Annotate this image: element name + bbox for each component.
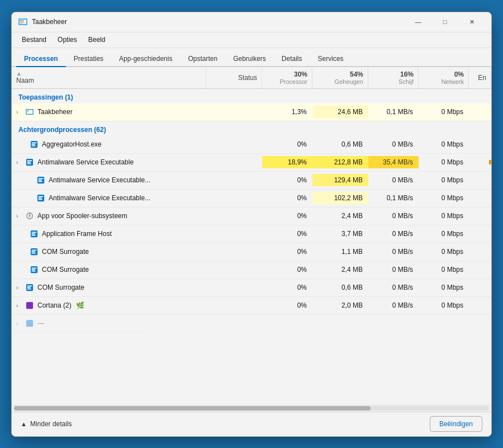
table-row[interactable]: COM Surrogate 0% 1,1 MB 0 MB/s 0 Mbps <box>12 243 491 261</box>
svg-rect-2 <box>22 20 24 21</box>
process-name-cell: AggregatorHost.exe <box>12 138 206 151</box>
svg-rect-42 <box>26 302 33 309</box>
process-net: 0 Mbps <box>419 106 469 118</box>
less-details-button[interactable]: ▲ Minder details <box>21 420 72 428</box>
process-disk <box>312 321 368 326</box>
expand-icon[interactable]: › <box>16 213 25 219</box>
process-name-cell: COM Surrogate <box>12 245 206 258</box>
process-name: App voor Spooler-subsysteem <box>37 212 127 220</box>
process-cpu: 0% <box>262 299 312 312</box>
expand-icon[interactable]: › <box>16 109 25 115</box>
process-name-cell: › — <box>12 317 206 330</box>
table-row[interactable]: Antimalware Service Executable... 0% 129… <box>12 172 491 190</box>
scrollbar-thumb[interactable] <box>14 406 371 411</box>
process-status <box>206 110 262 114</box>
process-energy <box>469 249 491 254</box>
svg-rect-20 <box>39 196 44 197</box>
col-header-cpu[interactable]: 30% Processor <box>262 67 312 88</box>
process-energy <box>469 196 491 200</box>
process-mem: 3,7 MB <box>312 228 368 240</box>
col-header-name[interactable]: ▲ Naam <box>12 67 206 88</box>
menu-opties[interactable]: Opties <box>52 34 83 46</box>
col-header-status[interactable]: Status <box>206 67 262 88</box>
table-row[interactable]: › COM Surrogate 0% 0,6 MB 0 MB/s 0 Mbps <box>12 279 491 297</box>
end-task-button[interactable]: Beëindigen <box>430 416 482 432</box>
svg-rect-36 <box>32 269 35 270</box>
tab-opstarten[interactable]: Opstarten <box>180 51 225 67</box>
expand-icon[interactable]: › <box>16 159 25 166</box>
svg-rect-22 <box>39 199 42 200</box>
table-row[interactable]: Application Frame Host 0% 3,7 MB 0 MB/s … <box>12 225 491 243</box>
table-row[interactable]: › — <box>12 315 491 333</box>
process-icon-antimalware3 <box>36 194 45 202</box>
svg-rect-43 <box>26 320 33 327</box>
expand-icon[interactable]: › <box>16 320 25 327</box>
process-icon-appframehost <box>30 229 39 238</box>
process-icon-partial <box>25 319 34 328</box>
process-cpu: 0% <box>262 263 312 276</box>
process-energy <box>469 303 491 308</box>
svg-rect-3 <box>20 22 24 22</box>
table-row[interactable]: › Taakbeheer 1,3% 24,6 MB 0,1 MB/s 0 Mbp… <box>12 103 491 121</box>
minimize-button[interactable]: — <box>405 13 431 30</box>
svg-rect-27 <box>32 232 37 233</box>
menu-bestand[interactable]: Bestand <box>16 34 52 46</box>
process-name: COM Surrogate <box>42 248 89 256</box>
process-energy <box>469 110 491 114</box>
process-disk: 0 MB/s <box>368 281 419 294</box>
close-button[interactable]: ✕ <box>459 13 485 30</box>
col-header-energy[interactable]: En <box>469 67 491 88</box>
col-header-disk[interactable]: 16% Schijf <box>368 67 419 88</box>
process-disk: 0 MB/s <box>368 210 419 222</box>
process-name-cell: › Taakbeheer <box>12 105 206 119</box>
process-name: COM Surrogate <box>42 266 89 273</box>
table-row[interactable]: COM Surrogate 0% 2,4 MB 0 MB/s 0 Mbps <box>12 261 491 279</box>
process-mem: 24,6 MB <box>312 106 368 118</box>
process-name: Taakbeheer <box>37 108 73 116</box>
scrollbar-track[interactable] <box>14 406 489 411</box>
tab-app-geschiedenis[interactable]: App-geschiedenis <box>111 51 180 67</box>
process-cpu: 0% <box>262 228 312 240</box>
process-cpu: 0% <box>262 138 312 150</box>
menu-beeld[interactable]: Beeld <box>83 34 111 46</box>
process-energy <box>469 142 491 147</box>
table-row[interactable]: AggregatorHost.exe 0% 0,6 MB 0 MB/s 0 Mb… <box>12 136 491 154</box>
process-cpu: 18,9% <box>262 156 312 168</box>
tab-gebruikers[interactable]: Gebruikers <box>225 51 274 67</box>
process-disk: 0 MB/s <box>368 263 419 276</box>
expand-icon[interactable]: › <box>16 285 25 291</box>
process-net: 0 Mbps <box>419 192 469 204</box>
process-name: Antimalware Service Executable... <box>49 176 150 184</box>
expand-icon[interactable]: › <box>16 303 25 309</box>
process-mem: 102,2 MB <box>312 192 368 204</box>
process-cpu: 0% <box>262 174 312 186</box>
tab-details[interactable]: Details <box>274 51 310 67</box>
horizontal-scrollbar[interactable] <box>12 405 491 412</box>
process-net: 0 Mbps <box>419 228 469 240</box>
svg-rect-28 <box>32 233 35 234</box>
process-cpu: 0% <box>262 192 312 204</box>
process-net: 0 Mbps <box>419 263 469 276</box>
process-net: 0 Mbps <box>419 246 469 258</box>
process-cpu: 0% <box>262 246 312 258</box>
process-status <box>206 178 262 182</box>
process-mem: 129,4 MB <box>312 174 368 186</box>
process-name: AggregatorHost.exe <box>42 140 102 148</box>
table-row[interactable]: › Antimalware Service Executable 18,9% 2… <box>12 154 491 172</box>
col-header-mem[interactable]: 54% Geheugen <box>312 67 368 88</box>
table-row[interactable]: › App voor Spooler-subsysteem 0% 2,4 MB … <box>12 208 491 225</box>
tab-prestaties[interactable]: Prestaties <box>66 51 111 67</box>
maximize-button[interactable]: □ <box>432 13 458 30</box>
process-icon-antimalware <box>25 158 34 167</box>
svg-rect-37 <box>32 271 36 272</box>
svg-rect-13 <box>27 162 31 163</box>
table-row[interactable]: › Cortana (2) 🌿 0% 2,0 MB 0 MB/s 0 Mbps <box>12 297 491 315</box>
process-mem: 1,1 MB <box>312 246 368 258</box>
menu-bar: Bestand Opties Beeld <box>12 32 491 48</box>
tab-processen[interactable]: Processen <box>16 51 66 67</box>
process-net <box>368 321 419 326</box>
col-header-net[interactable]: 0% Netwerk <box>419 67 469 88</box>
tab-services[interactable]: Services <box>310 51 352 67</box>
table-row[interactable]: Antimalware Service Executable... 0% 102… <box>12 190 491 208</box>
process-energy <box>469 160 491 164</box>
